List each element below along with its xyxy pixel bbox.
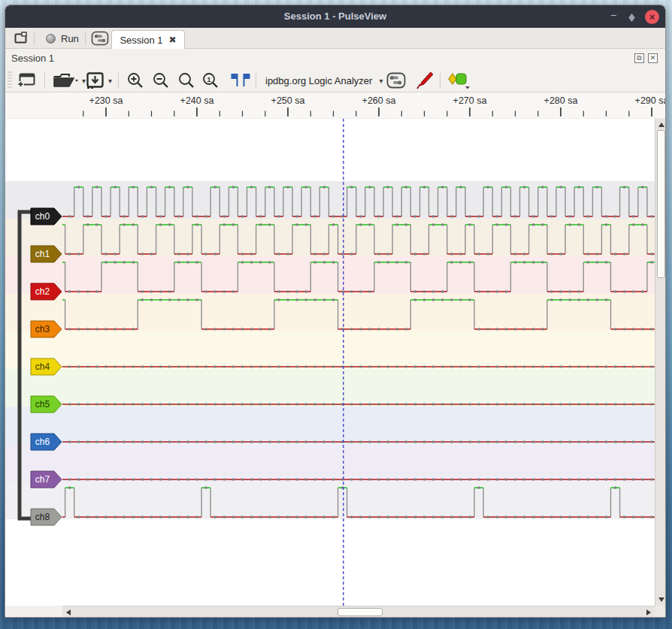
zoom-in-icon <box>126 71 144 90</box>
window-title: Session 1 - PulseView <box>5 5 665 28</box>
svg-text:1: 1 <box>207 75 210 83</box>
trace-view[interactable]: ch0ch1ch2ch3ch4ch5ch6ch7ch8 <box>5 119 666 606</box>
tab-close-icon[interactable]: ✖ <box>169 35 177 45</box>
horizontal-scrollbar-thumb[interactable] <box>338 608 383 616</box>
save-dropdown-arrow[interactable]: ▾ <box>108 77 112 85</box>
channel-band-ch4 <box>5 331 655 369</box>
configure-channels-icon <box>386 71 407 89</box>
dock-close-icon[interactable]: ✕ <box>648 53 658 63</box>
channel-band-ch5 <box>5 369 655 407</box>
vertical-scrollbar[interactable] <box>655 119 666 606</box>
tab-session-1[interactable]: Session 1 ✖ <box>111 30 185 49</box>
ruler-label: +250 sa <box>271 95 305 106</box>
waveform-canvas: ch0ch1ch2ch3ch4ch5ch6ch7ch8 <box>5 119 655 606</box>
separator <box>256 73 256 88</box>
ruler-label: +270 sa <box>453 95 487 106</box>
configure-device-button[interactable] <box>413 71 434 90</box>
ruler-label: +290 sa <box>635 95 665 106</box>
new-view-button[interactable] <box>16 71 37 90</box>
separator <box>34 31 35 46</box>
toolbar-grip[interactable] <box>8 71 12 89</box>
svg-text:ch6: ch6 <box>35 437 50 447</box>
horizontal-scrollbar[interactable] <box>62 606 655 618</box>
new-session-icon <box>12 31 29 46</box>
zoom-out-button[interactable] <box>151 71 170 90</box>
zoom-one-to-one-button[interactable]: 1 <box>201 71 219 90</box>
cursors-flags-icon <box>229 71 252 89</box>
device-selector-label: ipdbg.org Logic Analyzer <box>265 75 372 86</box>
svg-text:ch8: ch8 <box>35 512 50 522</box>
scrollbar-corner <box>655 606 666 618</box>
dock-float-icon[interactable]: ⧉ <box>634 53 644 63</box>
probe-icon <box>413 71 434 90</box>
separator <box>118 73 119 88</box>
pulseview-window: Session 1 - PulseView − × Run <box>5 5 666 618</box>
titlebar[interactable]: Session 1 - PulseView − × <box>5 5 665 28</box>
dock-title: Session 1 <box>11 53 54 64</box>
svg-text:ch5: ch5 <box>35 399 50 410</box>
scroll-down-arrow-icon[interactable] <box>658 597 664 602</box>
channel-band-ch8 <box>5 482 655 519</box>
zoom-in-button[interactable] <box>126 71 144 90</box>
svg-text:ch2: ch2 <box>35 286 50 297</box>
scroll-up-arrow-icon[interactable] <box>658 122 664 127</box>
ruler-label: +260 sa <box>362 95 396 106</box>
open-file-button[interactable]: ▾ <box>52 71 86 90</box>
channel-band-ch7 <box>5 444 655 482</box>
new-session-button[interactable] <box>10 29 31 47</box>
separator <box>44 73 45 88</box>
svg-text:ch1: ch1 <box>35 249 50 259</box>
channel-band-ch6 <box>5 407 655 444</box>
zoom-one-to-one-icon: 1 <box>201 71 219 90</box>
zoom-fit-icon <box>177 71 195 90</box>
run-label: Run <box>61 33 79 44</box>
svg-text:ch4: ch4 <box>35 361 50 372</box>
show-cursors-button[interactable] <box>229 71 252 90</box>
new-view-icon <box>16 71 37 89</box>
add-decoder-button[interactable] <box>446 71 471 90</box>
open-file-icon <box>52 71 82 90</box>
save-button[interactable]: ▾ <box>84 71 112 90</box>
zoom-fit-button[interactable] <box>177 71 195 90</box>
device-selector[interactable]: ipdbg.org Logic Analyzer ▾ <box>261 71 387 90</box>
ruler-label: +230 sa <box>89 95 123 106</box>
run-state-icon <box>46 34 56 44</box>
close-button[interactable]: × <box>645 10 659 24</box>
vertical-scrollbar-thumb[interactable] <box>657 130 665 278</box>
dock-header: Session 1 ⧉ ✕ <box>5 49 665 68</box>
separator <box>440 73 440 88</box>
separator <box>85 31 86 46</box>
device-options-icon <box>91 31 109 46</box>
device-selector-arrow: ▾ <box>379 77 383 85</box>
view-toolbar: ▾ ▾ <box>5 68 665 92</box>
time-ruler[interactable]: +230 sa+240 sa+250 sa+260 sa+270 sa+280 … <box>5 92 665 119</box>
decoder-icon <box>446 71 471 90</box>
restore-button[interactable] <box>629 10 634 23</box>
restore-icon <box>628 14 635 22</box>
tab-label: Session 1 <box>120 35 162 46</box>
save-icon <box>84 71 108 90</box>
ruler-label: +280 sa <box>544 95 578 106</box>
session-toolbar: Run Session 1 ✖ <box>5 28 665 49</box>
svg-text:ch0: ch0 <box>35 211 50 222</box>
scroll-right-arrow-icon[interactable] <box>646 609 651 615</box>
zoom-out-icon <box>151 71 170 90</box>
window-controls: − × <box>608 5 659 28</box>
svg-text:ch7: ch7 <box>35 474 50 485</box>
ruler-label: +240 sa <box>180 95 214 106</box>
svg-text:ch3: ch3 <box>35 324 50 334</box>
scroll-left-arrow-icon[interactable] <box>66 609 71 615</box>
minimize-button[interactable]: − <box>608 11 619 22</box>
device-options-button[interactable] <box>89 29 110 47</box>
run-button[interactable]: Run <box>41 29 83 47</box>
configure-channels-button[interactable] <box>386 71 407 90</box>
